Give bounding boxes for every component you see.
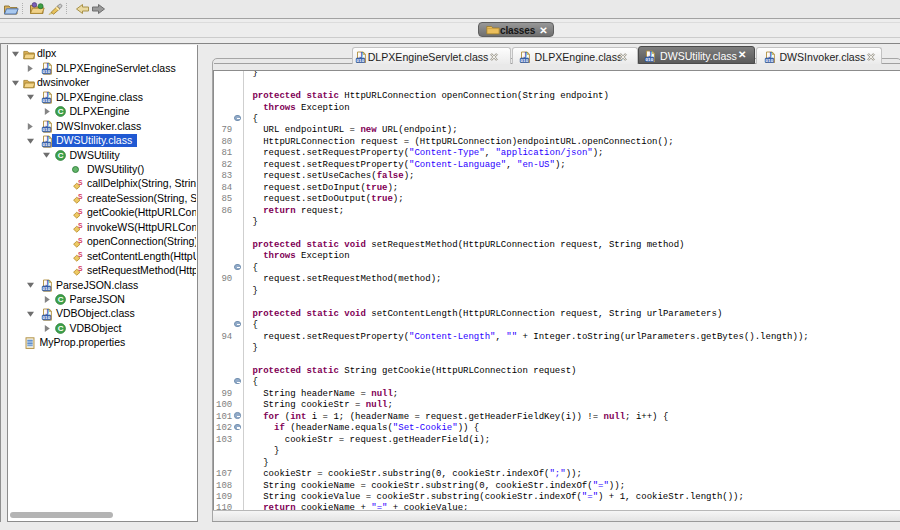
svg-text:010: 010	[521, 58, 529, 63]
svg-text:C: C	[58, 151, 64, 160]
svg-text:C: C	[58, 108, 64, 117]
svg-text:010: 010	[42, 98, 50, 103]
svg-text:S: S	[78, 208, 83, 215]
svg-text:C: C	[58, 296, 64, 305]
svg-text:010: 010	[42, 286, 50, 291]
svg-text:S: S	[78, 222, 83, 229]
svg-text:010: 010	[42, 127, 50, 132]
svg-text:S: S	[78, 266, 83, 273]
svg-text:010: 010	[645, 57, 653, 62]
svg-text:S: S	[78, 237, 83, 244]
svg-text:S: S	[78, 179, 83, 186]
svg-text:010: 010	[42, 315, 50, 320]
svg-text:C: C	[58, 325, 64, 334]
svg-text:010: 010	[42, 69, 50, 74]
svg-text:010: 010	[357, 58, 365, 63]
svg-text:S: S	[78, 251, 83, 258]
svg-text:010: 010	[765, 58, 773, 63]
svg-text:S: S	[78, 193, 83, 200]
svg-text:010: 010	[42, 141, 50, 146]
